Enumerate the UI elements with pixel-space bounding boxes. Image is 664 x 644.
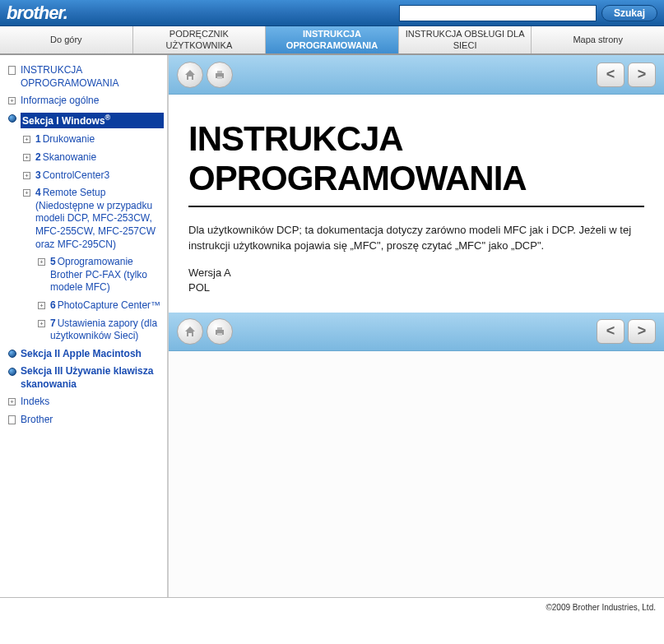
search-button[interactable]: Szukaj [601,5,657,21]
expand-icon[interactable]: + [36,300,47,311]
tree-label: 7Ustawienia zapory (dla użytkowników Sie… [50,317,164,343]
print-icon [213,68,226,81]
tree-item-controlcenter[interactable]: + 3ControlCenter3 [21,167,164,185]
svg-rect-2 [217,76,222,79]
tree-label: 1Drukowanie [35,133,164,146]
tree-item-brother[interactable]: Brother [7,411,164,429]
expand-icon[interactable]: + [36,257,47,267]
tree-item-info[interactable]: + Informacje ogólne [7,92,164,110]
tree-label: Indeks [21,396,164,409]
content-pane: < > INSTRUKCJA OPROGRAMOWANIA Dla użytko… [169,55,664,597]
svg-rect-5 [217,333,222,336]
content-toolbar-top: < > [169,55,664,95]
tree-label-selected: Sekcja I Windows® [21,113,164,129]
version-line: Wersja A [188,266,644,280]
tree-item-section-scan-key[interactable]: Sekcja III Używanie klawisza skanowania [7,363,164,393]
lang-line: POL [188,280,644,295]
tab-sitemap[interactable]: Mapa strony [532,26,664,53]
search-area: Szukaj [399,5,657,21]
tab-software-guide[interactable]: INSTRUKCJA OPROGRAMOWANIA [266,26,399,53]
tree-label: 6PhotoCapture Center™ [50,299,164,313]
expand-icon[interactable]: + [7,95,17,106]
title-divider [188,206,644,207]
tree-label: 4Remote Setup (Niedostępne w przypadku m… [35,187,164,251]
tree-item-remote-setup[interactable]: + 4Remote Setup (Niedostępne w przypadku… [21,184,164,253]
prev-button-bottom[interactable]: < [597,319,625,344]
expand-icon[interactable]: + [36,318,47,329]
next-button-bottom[interactable]: > [628,319,656,344]
doc-icon [7,65,17,76]
tree-item-index[interactable]: + Indeks [7,393,164,411]
brand-logo: brother. [7,2,67,24]
tree-item-section-mac[interactable]: Sekcja II Apple Macintosh [7,345,164,364]
home-button[interactable] [177,62,203,88]
next-button[interactable]: > [628,63,656,87]
chevron-right-icon: > [638,66,647,83]
chevron-right-icon: > [638,322,647,340]
expand-icon[interactable]: + [21,152,32,163]
sidebar[interactable]: INSTRUKCJA OPROGRAMOWANIA + Informacje o… [0,55,169,597]
svg-rect-1 [217,71,222,73]
tree-label: INSTRUKCJA OPROGRAMOWANIA [21,64,164,90]
home-icon [183,325,197,338]
expand-icon[interactable]: + [21,134,32,145]
expand-icon[interactable]: + [7,396,17,407]
tree-label: Informacje ogólne [21,95,164,108]
expand-icon[interactable]: + [21,188,32,198]
print-button[interactable] [207,62,233,88]
tab-up[interactable]: Do góry [0,26,133,53]
home-button-bottom[interactable] [177,318,203,345]
tree-item-root[interactable]: INSTRUKCJA OPROGRAMOWANIA [7,62,164,92]
tree-item-pcfax[interactable]: + 5Oprogramowanie Brother PC-FAX (tylko … [36,253,164,297]
bullet-icon [7,114,17,124]
tree-label: Sekcja III Używanie klawisza skanowania [21,365,164,391]
tree-item-printing[interactable]: + 1Drukowanie [21,131,164,149]
tree-item-section-windows[interactable]: Sekcja I Windows® [7,110,164,132]
tree-label: Brother [21,414,164,427]
print-button-bottom[interactable] [207,318,233,345]
tree-label: 3ControlCenter3 [35,169,164,183]
expand-icon[interactable]: + [21,170,32,181]
bullet-icon [7,349,17,359]
header-bar: brother. Szukaj [0,0,664,26]
tree-children: + 1Drukowanie + 2Skanowanie + 3ControlCe… [7,131,164,345]
nav-tabs: Do góry PODRĘCZNIK UŻYTKOWNIKA INSTRUKCJ… [0,26,664,54]
tree-label: 5Oprogramowanie Brother PC-FAX (tylko mo… [50,256,164,294]
home-icon [183,68,197,81]
footer: ©2009 Brother Industries, Ltd. [0,597,664,617]
main-layout: INSTRUKCJA OPROGRAMOWANIA + Informacje o… [0,54,664,597]
content-body: INSTRUKCJA OPROGRAMOWANIA Dla użytkownik… [169,95,664,312]
search-input[interactable] [399,5,597,21]
chevron-left-icon: < [606,322,615,340]
bullet-icon [7,366,17,377]
intro-paragraph: Dla użytkowników DCP; ta dokumentacja do… [188,222,644,254]
prev-button[interactable]: < [597,63,625,87]
content-toolbar-bottom: < > [169,312,664,351]
tree-item-firewall[interactable]: + 7Ustawienia zapory (dla użytkowników S… [36,315,164,345]
svg-rect-4 [217,327,222,330]
page-title: INSTRUKCJA OPROGRAMOWANIA [188,119,644,199]
copyright-text: ©2009 Brother Industries, Ltd. [546,603,656,612]
chevron-left-icon: < [606,66,615,83]
tree-item-photocapture[interactable]: + 6PhotoCapture Center™ [36,297,164,315]
tab-network-guide[interactable]: INSTRUKCJA OBSŁUGI DLA SIECI [399,26,532,53]
tab-user-guide[interactable]: PODRĘCZNIK UŻYTKOWNIKA [133,26,267,53]
tree-item-scanning[interactable]: + 2Skanowanie [21,149,164,167]
tree-label: 2Skanowanie [35,151,164,164]
doc-icon [7,415,17,425]
print-icon [213,325,226,338]
tree-label: Sekcja II Apple Macintosh [21,348,164,361]
